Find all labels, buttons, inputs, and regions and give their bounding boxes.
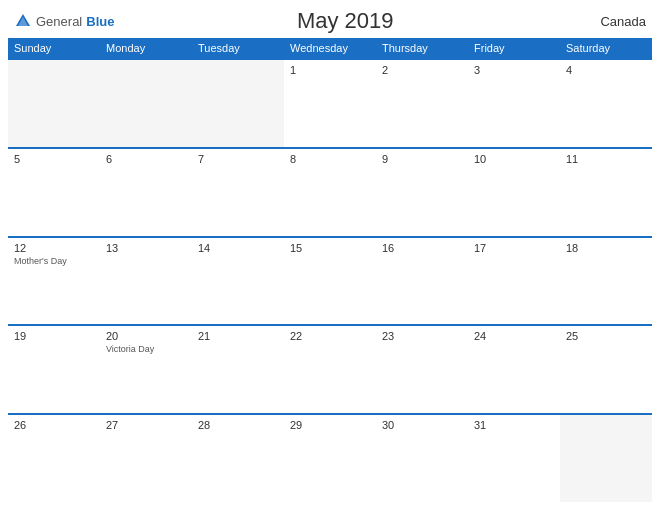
week-row-4: 1920Victoria Day2122232425 xyxy=(8,324,652,413)
day-cell: 2 xyxy=(376,60,468,147)
day-cell: 17 xyxy=(468,238,560,325)
day-cell: 24 xyxy=(468,326,560,413)
day-headers-row: SundayMondayTuesdayWednesdayThursdayFrid… xyxy=(8,38,652,58)
day-number: 1 xyxy=(290,64,370,76)
day-number: 28 xyxy=(198,419,278,431)
day-cell: 5 xyxy=(8,149,100,236)
day-cell: 30 xyxy=(376,415,468,502)
day-cell: 20Victoria Day xyxy=(100,326,192,413)
day-number: 11 xyxy=(566,153,646,165)
day-number: 13 xyxy=(106,242,186,254)
day-number: 26 xyxy=(14,419,94,431)
day-header-sunday: Sunday xyxy=(8,38,100,58)
day-number: 10 xyxy=(474,153,554,165)
day-cell xyxy=(192,60,284,147)
week-row-1: 1234 xyxy=(8,58,652,147)
day-cell: 29 xyxy=(284,415,376,502)
day-cell xyxy=(100,60,192,147)
calendar-grid: SundayMondayTuesdayWednesdayThursdayFrid… xyxy=(0,38,660,510)
day-number: 24 xyxy=(474,330,554,342)
day-cell: 4 xyxy=(560,60,652,147)
day-cell: 14 xyxy=(192,238,284,325)
calendar-title: May 2019 xyxy=(114,8,576,34)
day-cell: 27 xyxy=(100,415,192,502)
day-number: 17 xyxy=(474,242,554,254)
day-cell: 16 xyxy=(376,238,468,325)
day-cell: 11 xyxy=(560,149,652,236)
day-number: 14 xyxy=(198,242,278,254)
day-header-tuesday: Tuesday xyxy=(192,38,284,58)
day-cell: 22 xyxy=(284,326,376,413)
day-cell: 25 xyxy=(560,326,652,413)
day-number: 16 xyxy=(382,242,462,254)
day-number: 9 xyxy=(382,153,462,165)
day-cell: 13 xyxy=(100,238,192,325)
day-header-thursday: Thursday xyxy=(376,38,468,58)
country-label: Canada xyxy=(576,14,646,29)
day-number: 12 xyxy=(14,242,94,254)
day-number: 27 xyxy=(106,419,186,431)
day-number: 6 xyxy=(106,153,186,165)
day-cell: 19 xyxy=(8,326,100,413)
day-cell: 23 xyxy=(376,326,468,413)
day-cell: 6 xyxy=(100,149,192,236)
logo-blue: Blue xyxy=(86,14,114,29)
day-number: 25 xyxy=(566,330,646,342)
logo-general: General xyxy=(36,14,82,29)
day-cell: 15 xyxy=(284,238,376,325)
day-number: 20 xyxy=(106,330,186,342)
day-cell: 26 xyxy=(8,415,100,502)
day-cell: 9 xyxy=(376,149,468,236)
week-row-5: 262728293031 xyxy=(8,413,652,502)
day-number: 30 xyxy=(382,419,462,431)
day-header-friday: Friday xyxy=(468,38,560,58)
day-number: 22 xyxy=(290,330,370,342)
logo: General Blue xyxy=(14,12,114,30)
day-header-saturday: Saturday xyxy=(560,38,652,58)
day-cell: 1 xyxy=(284,60,376,147)
day-number: 31 xyxy=(474,419,554,431)
week-row-2: 567891011 xyxy=(8,147,652,236)
day-cell: 18 xyxy=(560,238,652,325)
day-number: 21 xyxy=(198,330,278,342)
day-number: 23 xyxy=(382,330,462,342)
day-number: 7 xyxy=(198,153,278,165)
weeks-container: 123456789101112Mother's Day1314151617181… xyxy=(8,58,652,502)
day-cell: 21 xyxy=(192,326,284,413)
day-cell: 7 xyxy=(192,149,284,236)
day-number: 19 xyxy=(14,330,94,342)
day-cell: 12Mother's Day xyxy=(8,238,100,325)
day-number: 18 xyxy=(566,242,646,254)
day-number: 15 xyxy=(290,242,370,254)
day-number: 2 xyxy=(382,64,462,76)
day-header-monday: Monday xyxy=(100,38,192,58)
day-number: 4 xyxy=(566,64,646,76)
day-cell: 31 xyxy=(468,415,560,502)
day-number: 3 xyxy=(474,64,554,76)
day-number: 29 xyxy=(290,419,370,431)
day-cell: 3 xyxy=(468,60,560,147)
day-number: 5 xyxy=(14,153,94,165)
day-cell: 10 xyxy=(468,149,560,236)
header: General Blue May 2019 Canada xyxy=(0,0,660,38)
day-event: Mother's Day xyxy=(14,256,94,268)
day-event: Victoria Day xyxy=(106,344,186,356)
day-cell xyxy=(8,60,100,147)
day-cell xyxy=(560,415,652,502)
logo-icon xyxy=(14,12,32,30)
day-cell: 28 xyxy=(192,415,284,502)
day-header-wednesday: Wednesday xyxy=(284,38,376,58)
calendar-page: General Blue May 2019 Canada SundayMonda… xyxy=(0,0,660,510)
week-row-3: 12Mother's Day131415161718 xyxy=(8,236,652,325)
day-number: 8 xyxy=(290,153,370,165)
day-cell: 8 xyxy=(284,149,376,236)
